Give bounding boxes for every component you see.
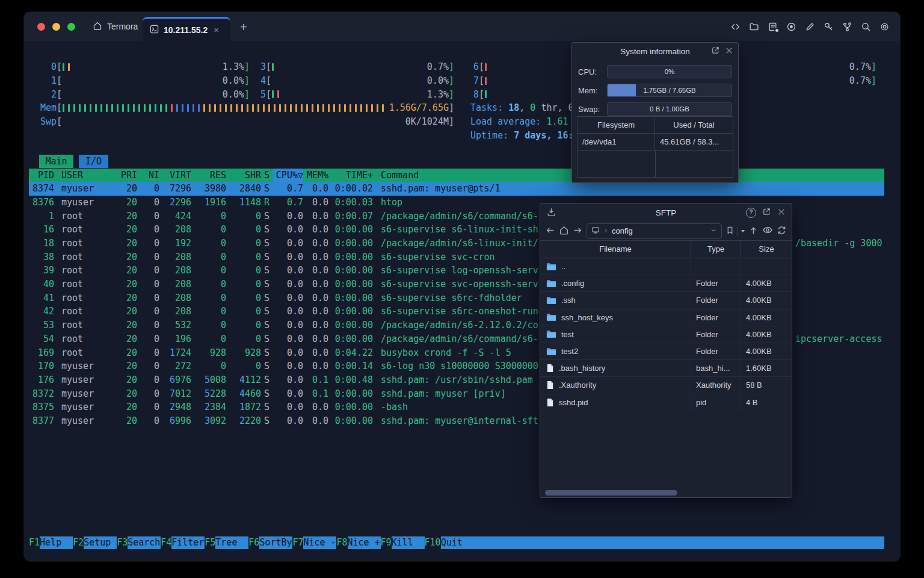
fkey-f2[interactable]: F2Setup (73, 536, 117, 549)
show-hidden-eye-icon[interactable] (762, 225, 773, 237)
computer-icon (591, 226, 600, 236)
command-overflow-text: ipcserver-access (795, 332, 882, 346)
file-type-cell: Folder (691, 343, 741, 359)
fkey-f5[interactable]: F5Tree (205, 536, 248, 549)
sftp-file-row[interactable]: .configFolder4.00KB (540, 275, 792, 292)
file-type-cell: Xauthority (691, 377, 741, 393)
htop-tab-io[interactable]: I/O (79, 155, 108, 168)
type-column-header[interactable]: Type (691, 241, 741, 258)
folder-icon (546, 296, 556, 305)
htop-tab-main[interactable]: Main (39, 155, 73, 168)
folder-icon[interactable] (747, 19, 761, 34)
refresh-icon[interactable] (777, 225, 787, 237)
column-header: VIRT (159, 169, 191, 182)
bookmark-dropdown-icon[interactable] (741, 230, 745, 232)
sftp-file-row[interactable]: ssh_host_keysFolder4.00KB (540, 309, 792, 326)
swap-label: Swap: (578, 105, 607, 114)
sftp-file-row[interactable]: .XauthorityXauthority58 B (540, 377, 792, 394)
open-in-window-icon[interactable] (711, 46, 720, 57)
folder-icon (546, 279, 556, 288)
new-tab-button[interactable]: + (236, 19, 251, 35)
file-type-cell: bash_hi... (691, 360, 741, 376)
sftp-file-row[interactable]: testFolder4.00KB (540, 326, 792, 343)
filesystem-column-header[interactable]: Filesystem (578, 117, 655, 133)
fkey-f4[interactable]: F4Filter (161, 536, 205, 549)
forward-icon[interactable] (573, 225, 583, 237)
size-column-header[interactable]: Size (741, 241, 792, 258)
fkey-f7[interactable]: F7Nice - (292, 536, 336, 549)
help-icon[interactable]: ? (746, 208, 756, 218)
search-icon[interactable] (858, 19, 873, 34)
file-size-cell: 58 B (741, 377, 792, 393)
close-panel-icon[interactable] (777, 208, 786, 218)
pencil-icon[interactable] (802, 19, 817, 34)
minimize-window-button[interactable] (52, 23, 60, 31)
zoom-window-button[interactable] (67, 23, 75, 31)
sftp-title: SFTP (656, 208, 677, 217)
sftp-toolbar: config (540, 222, 792, 240)
home-icon[interactable] (559, 225, 569, 237)
filesystem-table-header: Filesystem Used / Total (578, 117, 733, 134)
column-header: S (261, 169, 273, 182)
tab-termora-home[interactable]: Termora (84, 12, 146, 41)
column-header: PID (29, 169, 54, 182)
fkey-f6[interactable]: F6SortBy (248, 536, 292, 549)
horizontal-scrollbar-thumb[interactable] (545, 490, 677, 496)
filesystem-table-empty-area (578, 151, 733, 178)
branch-icon[interactable] (840, 19, 854, 34)
file-name-cell: sshd.pid (540, 394, 691, 411)
bookmark-icon[interactable] (725, 226, 735, 237)
open-in-window-icon[interactable] (762, 207, 771, 218)
fkey-f1[interactable]: F1Help (29, 536, 73, 549)
fkey-f3[interactable]: F3Search (117, 536, 161, 549)
sysinfo-mem-row: Mem: 1.75GB / 7.65GB (578, 84, 732, 97)
key-icon[interactable] (821, 19, 836, 34)
filename-column-header[interactable]: Filename (540, 241, 691, 258)
code-icon[interactable] (728, 19, 742, 34)
sftp-file-row[interactable]: .bash_historybash_hi...1.60KB (540, 360, 792, 377)
sftp-file-list: ...configFolder4.00KB.sshFolder4.00KBssh… (540, 258, 792, 411)
htop-table-header[interactable]: PIDUSERPRINIVIRTRESSHRSCPU%▽MEM%TIME+Com… (29, 169, 884, 182)
file-name: .ssh (561, 296, 576, 305)
settings-gear-icon[interactable] (877, 19, 892, 34)
memory-meter: Mem[1.56G/7.65G] (29, 101, 454, 115)
sysinfo-cpu-row: CPU: 0% (578, 65, 732, 78)
file-name-cell: ssh_host_keys (540, 309, 691, 326)
load-line: Load average: 1.61 1 (470, 115, 579, 129)
close-panel-icon[interactable] (725, 46, 733, 57)
upload-icon[interactable] (748, 225, 759, 237)
file-name-cell: .config (540, 275, 691, 291)
filesystem-row[interactable]: /dev/vda145.61GB / 58.3... (578, 134, 733, 151)
bookmark-group (725, 226, 745, 237)
filesystem-table: Filesystem Used / Total /dev/vda145.61GB… (577, 116, 733, 178)
used-total-column-header[interactable]: Used / Total (655, 117, 733, 133)
process-row[interactable]: 8374myuser200729639802840S0.70.00:00.02s… (29, 182, 884, 196)
path-breadcrumb[interactable]: config (587, 223, 722, 239)
sftp-file-row[interactable]: .. (540, 258, 792, 275)
close-tab-icon[interactable]: × (214, 25, 219, 35)
record-icon[interactable] (784, 19, 798, 34)
file-name: test2 (561, 347, 578, 356)
file-name: ssh_host_keys (561, 313, 613, 322)
column-header: PRI (114, 169, 137, 182)
sftp-file-row[interactable]: sshd.pidpid4 B (540, 394, 792, 411)
sftp-file-row[interactable]: test2Folder4.00KB (540, 343, 792, 360)
back-icon[interactable] (545, 225, 555, 237)
tab-ssh-session[interactable]: 10.211.55.2 × (143, 17, 230, 41)
chevron-down-icon[interactable] (710, 226, 717, 235)
file-type-cell: pid (691, 394, 741, 411)
fkey-f10[interactable]: F10Quit (425, 536, 474, 549)
download-icon[interactable] (546, 207, 556, 219)
close-window-button[interactable] (37, 23, 45, 31)
cpu-meter-5: 5[1.3%] (259, 87, 454, 101)
breadcrumb-folder-label[interactable]: config (612, 226, 633, 235)
sftp-file-row[interactable]: .sshFolder4.00KB (540, 292, 792, 309)
fkey-f9[interactable]: F9Kill (381, 536, 425, 549)
tasks-line: Tasks: 18, 0 thr, 0 (470, 101, 574, 115)
notes-badge-dot (775, 29, 778, 32)
file-name-cell: test2 (540, 343, 691, 359)
fkey-f8[interactable]: F8Nice + (336, 536, 380, 549)
titlebar-toolbar (728, 12, 892, 41)
notes-icon[interactable] (765, 19, 780, 34)
file-icon (546, 398, 554, 407)
